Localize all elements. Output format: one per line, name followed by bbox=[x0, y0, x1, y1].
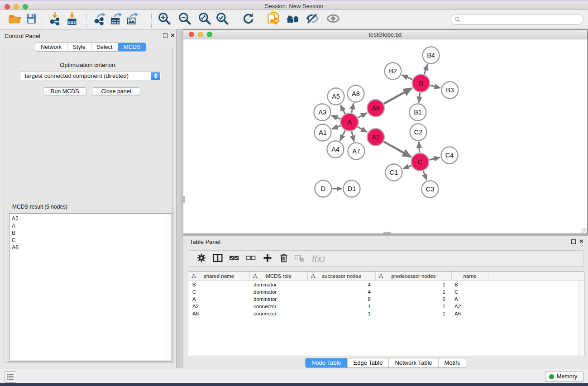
deselect-all-icon[interactable] bbox=[245, 253, 256, 265]
table-cell[interactable]: 1 bbox=[308, 310, 376, 317]
table-row[interactable]: Adominator80A bbox=[188, 295, 578, 303]
graph-edge-C-C4[interactable] bbox=[429, 157, 440, 160]
float-table-panel-icon[interactable] bbox=[571, 239, 576, 244]
table-cell[interactable]: A bbox=[188, 295, 250, 303]
table-settings-gear-icon[interactable] bbox=[196, 253, 207, 265]
task-history-button[interactable] bbox=[5, 371, 16, 383]
column-header-successor-nodes[interactable]: successor nodes bbox=[308, 272, 376, 281]
graph-edge-A-A7[interactable] bbox=[352, 131, 354, 142]
network-window-titlebar[interactable]: testGlobe.txt bbox=[183, 30, 587, 39]
table-cell[interactable]: 0 bbox=[376, 295, 452, 303]
export-table-icon[interactable] bbox=[110, 12, 123, 27]
graph-edge-A-A3[interactable] bbox=[331, 115, 341, 119]
graph-edge-C-C1[interactable] bbox=[403, 166, 411, 169]
graph-edge-C-C2[interactable] bbox=[419, 142, 419, 152]
close-panel-icon[interactable]: × bbox=[171, 31, 175, 39]
graph-edge-A-A1[interactable] bbox=[332, 125, 341, 129]
graph-edge-A-A8[interactable] bbox=[351, 103, 354, 113]
table-row[interactable]: Bdominator41B bbox=[188, 281, 578, 288]
close-panel-button[interactable]: Close panel bbox=[92, 87, 140, 96]
tab-node-table[interactable]: Node Table bbox=[306, 358, 347, 367]
table-cell[interactable]: B bbox=[188, 281, 250, 288]
new-network-icon[interactable] bbox=[267, 12, 281, 28]
search-input[interactable] bbox=[463, 15, 583, 24]
graph-edge-A-A4[interactable] bbox=[340, 130, 345, 141]
add-column-icon[interactable] bbox=[262, 253, 273, 265]
split-panel-icon[interactable] bbox=[212, 253, 224, 266]
graph-edge-A2-C[interactable] bbox=[383, 142, 411, 157]
table-row[interactable]: A2connector11A2 bbox=[188, 303, 578, 310]
canvas-vertical-scroll-hint[interactable] bbox=[183, 196, 185, 203]
search-field[interactable] bbox=[450, 14, 583, 25]
close-table-panel-icon[interactable]: × bbox=[579, 237, 583, 245]
table-cell[interactable]: 1 bbox=[376, 288, 452, 295]
graph-edge-C-C3[interactable] bbox=[423, 171, 427, 180]
open-session-icon[interactable] bbox=[8, 12, 22, 27]
graph-edge-B-B3[interactable] bbox=[430, 86, 440, 88]
save-session-icon[interactable] bbox=[25, 12, 38, 27]
export-image-icon[interactable] bbox=[126, 12, 139, 27]
table-cell[interactable]: connector bbox=[250, 310, 308, 317]
tab-edge-table[interactable]: Edge Table bbox=[347, 358, 389, 367]
table-cell[interactable]: 4 bbox=[308, 288, 376, 295]
table-cell[interactable]: A6 bbox=[188, 310, 250, 317]
table-cell[interactable]: A2 bbox=[188, 303, 250, 310]
table-cell[interactable]: connector bbox=[250, 303, 308, 310]
graph-edge-A-A6[interactable] bbox=[358, 113, 367, 118]
result-item-a[interactable]: A bbox=[10, 222, 172, 229]
result-item-b[interactable]: B bbox=[10, 229, 172, 237]
table-cell[interactable]: B bbox=[452, 281, 488, 288]
table-cell[interactable]: 1 bbox=[376, 310, 452, 317]
table-cell[interactable]: A2 bbox=[452, 303, 488, 310]
tab-select[interactable]: Select bbox=[91, 43, 118, 51]
table-cell[interactable]: C bbox=[188, 288, 250, 295]
graph-edge-B-B1[interactable] bbox=[419, 92, 420, 102]
tab-style[interactable]: Style bbox=[67, 43, 91, 51]
table-cell[interactable]: 1 bbox=[308, 303, 376, 310]
tab-network-table[interactable]: Network Table bbox=[388, 358, 438, 367]
table-cell[interactable]: 4 bbox=[308, 281, 376, 288]
select-all-icon[interactable] bbox=[229, 253, 240, 266]
table-cell[interactable]: 1 bbox=[376, 281, 452, 288]
result-item-c[interactable]: C bbox=[10, 237, 172, 244]
canvas-horizontal-scroll-hint[interactable] bbox=[383, 232, 391, 234]
import-network-icon[interactable] bbox=[48, 12, 62, 27]
zoom-selected-icon[interactable] bbox=[215, 12, 229, 28]
graph-edge-A6-B[interactable] bbox=[384, 88, 412, 104]
zoom-out-icon[interactable] bbox=[178, 12, 192, 28]
zoom-in-icon[interactable] bbox=[158, 12, 172, 28]
table-cell[interactable]: A bbox=[452, 295, 488, 303]
export-network-icon[interactable] bbox=[93, 12, 107, 27]
table-scrollbar[interactable] bbox=[578, 281, 584, 356]
zoom-fit-icon[interactable] bbox=[198, 12, 212, 28]
table-cell[interactable]: C bbox=[452, 288, 488, 295]
delete-table-icon[interactable] bbox=[294, 253, 305, 265]
refresh-icon[interactable] bbox=[242, 12, 255, 27]
home-icon[interactable] bbox=[286, 11, 301, 28]
table-cell[interactable]: dominator bbox=[250, 288, 308, 295]
tab-mcds[interactable]: MCDS bbox=[118, 43, 146, 51]
table-cell[interactable]: A6 bbox=[452, 310, 488, 317]
float-panel-icon[interactable] bbox=[163, 33, 167, 38]
hide-graphics-details-icon[interactable] bbox=[306, 12, 320, 28]
table-cell[interactable]: dominator bbox=[250, 281, 308, 288]
graph-edge-B-B4[interactable] bbox=[424, 64, 428, 74]
run-mcds-button[interactable]: Run MCDS bbox=[43, 87, 86, 96]
column-header-shared-name[interactable]: shared name bbox=[188, 272, 250, 281]
result-item-a2[interactable]: A2 bbox=[10, 215, 172, 222]
network-canvas[interactable]: B4B2BB3A5A8A6A3B1AA1C2A2A4A7C4CC1DD1C3 bbox=[183, 39, 587, 234]
function-builder-icon[interactable]: f(x) bbox=[311, 254, 324, 263]
resize-grip-icon[interactable] bbox=[581, 228, 587, 233]
graph-edge-A-A2[interactable] bbox=[358, 127, 367, 132]
table-row[interactable]: A6connector11A6 bbox=[188, 310, 578, 317]
tab-network[interactable]: Network bbox=[35, 43, 67, 51]
table-cell[interactable]: 1 bbox=[376, 303, 452, 310]
graph-edge-A-A5[interactable] bbox=[340, 105, 345, 114]
column-header-predecessor-nodes[interactable]: predecessor nodes bbox=[376, 272, 452, 281]
result-item-a6[interactable]: A6 bbox=[10, 244, 172, 251]
eye-icon[interactable] bbox=[326, 12, 340, 28]
table-row[interactable]: Cdominator41C bbox=[188, 288, 578, 295]
result-list-scrollbar[interactable] bbox=[166, 214, 172, 360]
table-cell[interactable]: 8 bbox=[308, 295, 376, 303]
column-header-name[interactable]: name bbox=[452, 272, 488, 281]
